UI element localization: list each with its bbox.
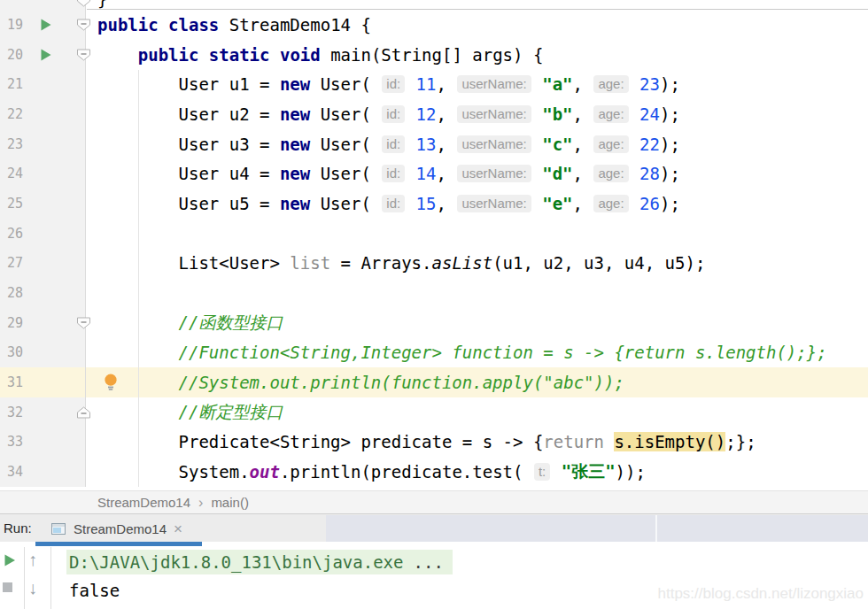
code-line[interactable]: User u2 = new User( id: 12, userName: "b…: [97, 99, 680, 129]
code-token: User(: [310, 194, 381, 213]
up-arrow-icon[interactable]: ↑: [28, 551, 37, 568]
breadcrumb-method[interactable]: main(): [211, 495, 249, 510]
code-token: //函数型接口: [179, 312, 283, 335]
line-number: 27: [0, 249, 23, 279]
intention-bulb-icon[interactable]: [104, 374, 118, 391]
fold-toggle-icon[interactable]: [76, 19, 91, 31]
code-token: //System.out.println(function.apply("abc…: [179, 373, 624, 392]
console-fold-ellipsis[interactable]: ...: [414, 552, 444, 572]
code-token: 24: [639, 104, 660, 124]
code-token: ,: [573, 194, 593, 213]
code-token: List<User>: [97, 253, 290, 273]
code-line[interactable]: //System.out.println(function.apply("abc…: [97, 367, 624, 397]
param-hint: userName:: [457, 75, 531, 93]
editor-line: 24 User u4 = new User( id: 14, userName:…: [0, 158, 868, 189]
code-token: [97, 403, 179, 422]
code-token: class: [168, 15, 219, 35]
stop-icon[interactable]: [3, 582, 12, 592]
fold-toggle-icon[interactable]: [76, 49, 91, 61]
code-token: void: [280, 45, 321, 65]
code-token: 13: [416, 135, 437, 154]
code-editor[interactable]: } 19public class StreamDemo14 {20 public…: [0, 0, 868, 490]
editor-line: 23 User u3 = new User( id: 13, userName:…: [0, 129, 868, 159]
code-line[interactable]: User u3 = new User( id: 13, userName: "c…: [97, 129, 680, 159]
code-token: User(: [310, 164, 381, 183]
console-command-line[interactable]: D:\JAVA\jdk1.8.0_131\bin\java.exe ...: [66, 550, 453, 574]
code-line[interactable]: User u4 = new User( id: 14, userName: "d…: [97, 158, 680, 189]
code-line[interactable]: System.out.println(predicate.test( t: "张…: [97, 457, 646, 487]
param-hint: userName:: [457, 165, 531, 182]
code-token: Predicate<String> predicate = s -> {: [97, 432, 543, 451]
code-token: [630, 194, 639, 213]
code-token: [159, 15, 168, 35]
param-hint: age:: [593, 135, 628, 153]
close-icon[interactable]: ×: [174, 521, 182, 536]
breadcrumb-class[interactable]: StreamDemo14: [97, 495, 190, 510]
down-arrow-icon[interactable]: ↓: [28, 579, 37, 597]
code-token: [532, 74, 542, 94]
code-token: [551, 462, 561, 482]
editor-line: 32 //断定型接口: [0, 397, 868, 428]
code-line[interactable]: List<User> list = Arrays.asList(u1, u2, …: [97, 249, 705, 279]
code-token: [630, 164, 639, 183]
run-tab[interactable]: StreamDemo14 ×: [35, 515, 202, 542]
code-token: 14: [416, 164, 437, 183]
editor-line: 30 //Function<String,Integer> function =…: [0, 338, 868, 368]
line-number: 34: [0, 457, 23, 487]
code-line[interactable]: }: [97, 0, 107, 10]
code-token: list: [290, 253, 330, 273]
code-token: "b": [542, 104, 572, 124]
editor-line: 22 User u2 = new User( id: 12, userName:…: [0, 99, 868, 129]
code-token: s.isEmpty(): [614, 432, 725, 451]
line-number: 32: [0, 397, 23, 428]
console-output-line: false: [66, 577, 120, 604]
param-hint: id:: [382, 105, 405, 123]
param-hint: age:: [593, 195, 628, 212]
editor-line: 25 User u5 = new User( id: 15, userName:…: [0, 189, 868, 219]
rerun-play-icon[interactable]: [3, 553, 17, 567]
editor-line: 21 User u1 = new User( id: 11, userName:…: [0, 69, 868, 99]
code-token: ,: [573, 135, 593, 154]
fold-toggle-icon[interactable]: [76, 0, 91, 7]
breadcrumb: StreamDemo14 › main(): [0, 490, 868, 513]
code-token: 22: [639, 135, 660, 154]
run-line-icon[interactable]: [39, 18, 52, 32]
run-toolwindow-label: Run:: [4, 514, 32, 542]
code-token: "张三": [562, 460, 616, 483]
chevron-right-icon: ›: [198, 495, 203, 511]
code-line[interactable]: //Function<String,Integer> function = s …: [97, 338, 827, 368]
code-line[interactable]: Predicate<String> predicate = s -> {retu…: [97, 428, 756, 458]
param-hint: userName:: [457, 195, 531, 212]
code-token: );: [660, 104, 680, 124]
code-token: [406, 135, 415, 154]
code-token: [532, 164, 542, 183]
code-token: ,: [437, 194, 457, 213]
code-token: );: [660, 194, 680, 213]
fold-toggle-icon[interactable]: [76, 317, 91, 329]
editor-line: 20 public static void main(String[] args…: [0, 40, 868, 70]
code-line[interactable]: public static void main(String[] args) {: [97, 40, 543, 70]
code-line[interactable]: //断定型接口: [97, 397, 283, 428]
code-token: //Function<String,Integer> function = s …: [179, 343, 827, 362]
line-number: 29: [0, 308, 23, 338]
code-token: [270, 45, 280, 65]
editor-line: 33 Predicate<String> predicate = s -> {r…: [0, 428, 868, 458]
code-token: ,: [437, 135, 457, 154]
code-token: public: [138, 45, 199, 65]
param-hint: age:: [593, 105, 628, 123]
code-token: ,: [573, 104, 593, 124]
run-line-icon[interactable]: [39, 48, 52, 62]
code-token: StreamDemo14 {: [219, 15, 371, 35]
code-token: User(: [310, 135, 381, 154]
code-line[interactable]: User u5 = new User( id: 15, userName: "e…: [97, 189, 680, 219]
code-line[interactable]: public class StreamDemo14 {: [97, 10, 371, 40]
param-hint: age:: [593, 165, 628, 182]
fold-toggle-icon[interactable]: [76, 406, 91, 419]
code-token: out: [250, 462, 280, 482]
editor-line: 29 //函数型接口: [0, 308, 868, 338]
code-line[interactable]: //函数型接口: [97, 308, 283, 338]
code-line[interactable]: User u1 = new User( id: 11, userName: "a…: [97, 69, 680, 99]
run-tab-title: StreamDemo14: [74, 521, 167, 536]
code-token: [532, 194, 542, 213]
code-token: [406, 164, 415, 183]
